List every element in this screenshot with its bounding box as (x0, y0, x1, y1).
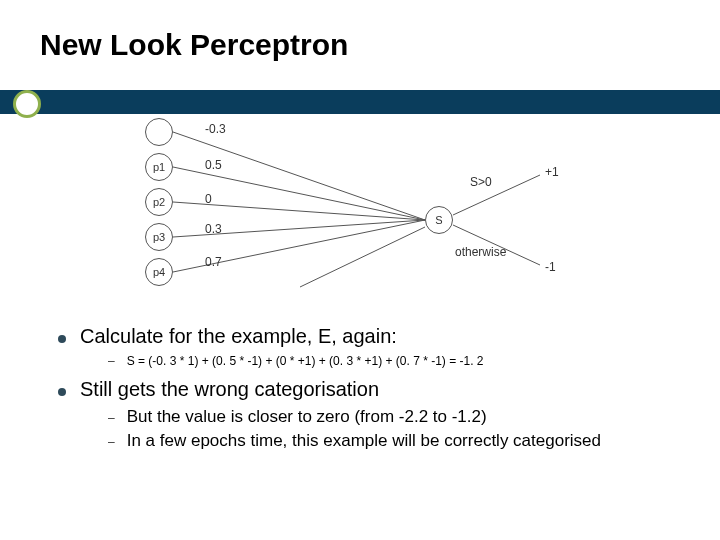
bullet-2-text: Still gets the wrong categorisation (80, 378, 379, 401)
out-bottom: -1 (545, 260, 556, 274)
bullet-2-1: – But the value is closer to zero (from … (108, 407, 700, 427)
slide-title: New Look Perceptron (40, 28, 680, 62)
bullet-1-text: Calculate for the example, E, again: (80, 325, 397, 348)
dash-icon: – (108, 435, 115, 449)
dash-icon: – (108, 354, 115, 368)
diagram-edges (145, 120, 575, 315)
bullet-1-1: – S = (-0. 3 * 1) + (0. 5 * -1) + (0 * +… (108, 354, 700, 368)
svg-line-5 (300, 227, 425, 287)
bullet-2-2-text: In a few epochs time, this example will … (127, 431, 601, 451)
cond-top: S>0 (470, 175, 492, 189)
out-top: +1 (545, 165, 559, 179)
node-p4: p4 (145, 258, 173, 286)
accent-circle (13, 90, 41, 118)
bullet-1: Calculate for the example, E, again: (58, 325, 700, 348)
node-p3: p3 (145, 223, 173, 251)
bullet-2-2: – In a few epochs time, this example wil… (108, 431, 700, 451)
bullet-dot-icon (58, 335, 66, 343)
node-s: S (425, 206, 453, 234)
node-bias (145, 118, 173, 146)
dash-icon: – (108, 411, 115, 425)
svg-line-6 (453, 175, 540, 215)
bullet-dot-icon (58, 388, 66, 396)
bullet-1-1-text: S = (-0. 3 * 1) + (0. 5 * -1) + (0 * +1)… (127, 354, 484, 368)
weight-w2: 0 (205, 192, 212, 206)
bullet-2-1-text: But the value is closer to zero (from -2… (127, 407, 487, 427)
weight-w3: 0.3 (205, 222, 222, 236)
node-p2: p2 (145, 188, 173, 216)
node-p1: p1 (145, 153, 173, 181)
weight-w1: 0.5 (205, 158, 222, 172)
perceptron-diagram: p1 p2 p3 p4 S -0.3 0.5 0 0.3 0.7 S>0 +1 … (145, 120, 575, 315)
weight-w0: -0.3 (205, 122, 226, 136)
cond-bottom: otherwise (455, 245, 506, 259)
bullet-list: Calculate for the example, E, again: – S… (58, 325, 700, 455)
svg-line-0 (173, 132, 425, 220)
weight-w4: 0.7 (205, 255, 222, 269)
accent-bar (0, 90, 720, 114)
bullet-2: Still gets the wrong categorisation (58, 378, 700, 401)
